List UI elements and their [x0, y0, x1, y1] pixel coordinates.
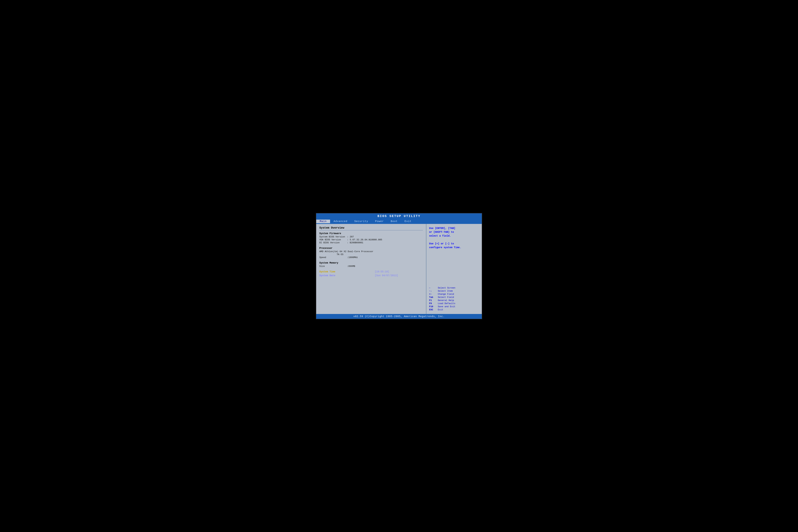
processor-group: Processor AMD Athlon(tm) 64 X2 Dual-Core… [319, 247, 423, 259]
speed-row: Speed :1800MHz [319, 256, 423, 259]
keybind-row: +- Change Field [429, 293, 479, 296]
keybind-desc: General Help [438, 299, 454, 302]
processor-label: Processor [319, 247, 423, 250]
menu-boot[interactable]: Boot [387, 220, 401, 223]
help-text: Use [ENTER], [TAB] or [SHIFT-TAB] to sel… [429, 226, 479, 250]
keybind-row: ESC Exit [429, 308, 479, 311]
ec-version-value: : B200B60001 [347, 242, 363, 244]
processor-name: AMD Athlon(tm) 64 X2 Dual-Core Processor [319, 250, 423, 253]
vga-version-key: VGA BIOS Version [319, 239, 347, 241]
keybind-row: Tab Select Field [429, 296, 479, 299]
bios-version-key: System BIOS Version [319, 235, 347, 238]
memory-size-value: :896MB [347, 265, 355, 268]
bios-screen: BIOS SETUP UTILITY Main Advanced Securit… [316, 213, 482, 319]
keybind-key: ESC [429, 308, 438, 311]
right-panel: Use [ENTER], [TAB] or [SHIFT-TAB] to sel… [426, 224, 482, 314]
memory-size-key: Size [319, 265, 347, 268]
bios-version-row: System BIOS Version : 207 [319, 235, 423, 238]
menu-exit[interactable]: Exit [401, 220, 415, 223]
help-line3: select a field. [429, 234, 451, 237]
keybind-desc: Select Screen [438, 287, 455, 289]
keybind-desc: Select Item [438, 290, 453, 292]
keybind-row: F10 Save and Exit [429, 305, 479, 308]
system-time-row[interactable]: System Time [19:55:18] [319, 270, 423, 273]
firmware-label: System Firmware [319, 232, 423, 235]
keybind-key: F9 [429, 302, 438, 305]
keybind-key: F1 [429, 299, 438, 302]
menu-security[interactable]: Security [351, 220, 372, 223]
processor-model: TK-55 [337, 253, 423, 256]
keybind-row: F1 General Help [429, 299, 479, 302]
help-line2: or [SHIFT-TAB] to [429, 231, 454, 233]
bios-title: BIOS SETUP UTILITY [378, 214, 420, 218]
system-date-value: [Sun 04/07/2013] [375, 274, 398, 277]
vga-version-row: VGA BIOS Version : 5.67.32.20.04.N10000.… [319, 239, 423, 241]
memory-size-row: Size :896MB [319, 265, 423, 268]
keybind-row: ← Select Screen [429, 287, 479, 289]
speed-value: :1800MHz [347, 256, 358, 259]
bios-version-value: : 207 [347, 235, 354, 238]
system-date-label: System Date [319, 274, 354, 277]
help-line5: Use [+] or [-] to [429, 242, 454, 245]
keybind-desc: Save and Exit [438, 305, 455, 308]
title-bar: BIOS SETUP UTILITY [316, 213, 482, 219]
menu-main[interactable]: Main [316, 220, 330, 223]
spacer [429, 253, 479, 285]
keybind-key: Tab [429, 296, 438, 299]
keybind-desc: Select Field [438, 296, 454, 299]
memory-group: System Memory Size :896MB [319, 262, 423, 268]
keybind-table: ← Select Screen↑↓ Select Item+- Change F… [429, 287, 479, 311]
left-panel: System Overview System Firmware System B… [316, 224, 426, 314]
keybind-key: ← [429, 287, 438, 289]
keybind-row: ↑↓ Select Item [429, 290, 479, 292]
firmware-group: System Firmware System BIOS Version : 20… [319, 232, 423, 244]
keybind-key: F10 [429, 305, 438, 308]
keybind-desc: Change Field [438, 293, 454, 296]
keybind-desc: Load Defaults [438, 302, 455, 305]
memory-label: System Memory [319, 262, 423, 264]
divider [319, 230, 423, 230]
speed-key: Speed [319, 256, 347, 259]
keybind-key: +- [429, 293, 438, 296]
system-date-row[interactable]: System Date [Sun 04/07/2013] [319, 274, 423, 277]
footer: v02.59 (C)Copyright 1985-2005, American … [316, 314, 482, 319]
section-title: System Overview [319, 226, 423, 229]
menu-bar: Main Advanced Security Power Boot Exit [316, 219, 482, 224]
help-line1: Use [ENTER], [TAB] [429, 227, 455, 230]
menu-advanced[interactable]: Advanced [330, 220, 351, 223]
system-time-label: System Time [319, 270, 354, 273]
keybind-key: ↑↓ [429, 290, 438, 292]
keybind-row: F9 Load Defaults [429, 302, 479, 305]
ec-version-key: EC BIOS Version [319, 242, 347, 244]
ec-version-row: EC BIOS Version : B200B60001 [319, 242, 423, 244]
system-time-value: [19:55:18] [375, 270, 389, 273]
menu-power[interactable]: Power [372, 220, 387, 223]
help-line6: configure system Time. [429, 246, 461, 249]
vga-version-value: : 5.67.32.20.04.N10000.005 [347, 239, 382, 241]
footer-text: v02.59 (C)Copyright 1985-2005, American … [354, 315, 444, 318]
keybind-desc: Exit [438, 308, 443, 311]
main-content: System Overview System Firmware System B… [316, 224, 482, 314]
